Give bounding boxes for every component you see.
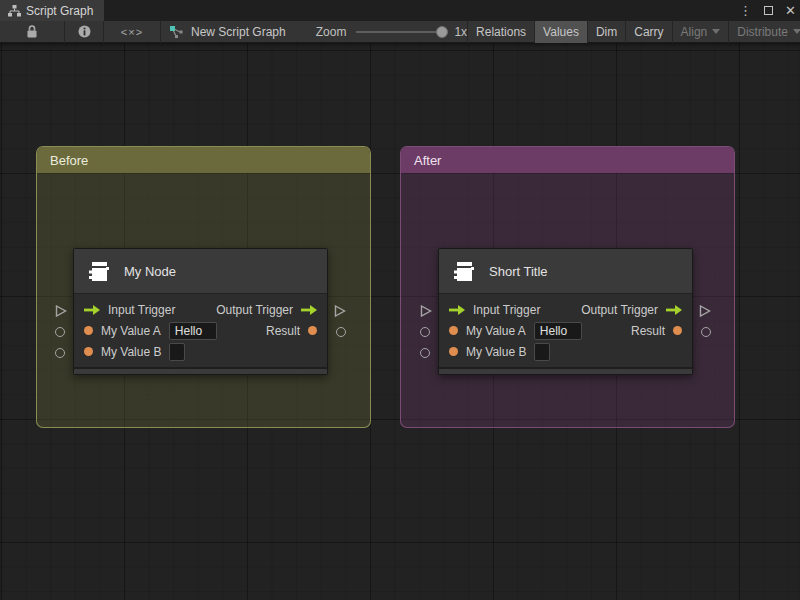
value-a-port-icon[interactable]: [84, 326, 93, 335]
group-title: Before: [50, 153, 88, 168]
result-label: Result: [266, 324, 300, 338]
node-header[interactable]: Short Title: [439, 249, 692, 294]
external-result-port[interactable]: [701, 327, 711, 337]
toolbar-toggle-buttons: Relations Values Dim Carry Align Distrib…: [467, 21, 800, 43]
node-short-title[interactable]: Short Title Input Trigger Output Trigger: [438, 248, 693, 375]
value-b-row: My Value B: [74, 341, 327, 362]
graph-name: New Script Graph: [191, 25, 286, 39]
zoom-slider[interactable]: [356, 21, 448, 43]
maximize-icon[interactable]: [764, 6, 773, 15]
value-b-row: My Value B: [439, 341, 692, 362]
value-a-port-icon[interactable]: [449, 326, 458, 335]
group-header[interactable]: After: [401, 147, 734, 173]
value-b-port-icon[interactable]: [449, 347, 458, 356]
output-trigger-label: Output Trigger: [581, 303, 658, 317]
value-a-label: My Value A: [466, 324, 526, 338]
external-value-a-port[interactable]: [55, 327, 65, 337]
values-label: Values: [543, 25, 579, 39]
node-title: Short Title: [489, 264, 548, 279]
code-view-button[interactable]: <×>: [104, 21, 160, 43]
window-controls: ⋮ ✕: [739, 0, 796, 21]
unit-node-icon: [452, 259, 476, 283]
code-icon: <×>: [121, 26, 143, 38]
value-a-input[interactable]: [534, 322, 582, 340]
external-result-port[interactable]: [336, 327, 346, 337]
relations-label: Relations: [476, 25, 526, 39]
node-body: Input Trigger Output Trigger My Value A: [74, 294, 327, 367]
external-output-trigger-port[interactable]: [699, 305, 711, 317]
info-icon: [78, 25, 91, 38]
result-port-icon[interactable]: [308, 326, 317, 335]
output-trigger-label: Output Trigger: [216, 303, 293, 317]
values-button[interactable]: Values: [535, 21, 587, 43]
align-label: Align: [681, 25, 708, 39]
value-b-input[interactable]: [169, 343, 185, 361]
relations-button[interactable]: Relations: [468, 21, 534, 43]
zoom-value: 1x: [454, 25, 467, 39]
dim-button[interactable]: Dim: [588, 21, 625, 43]
carry-label: Carry: [634, 25, 663, 39]
result-port-icon[interactable]: [673, 326, 682, 335]
distribute-button: Distribute: [729, 21, 800, 43]
zoom-slider-knob[interactable]: [436, 26, 448, 38]
result-label: Result: [631, 324, 665, 338]
info-button[interactable]: [65, 21, 103, 43]
external-value-b-port[interactable]: [420, 348, 430, 358]
group-header[interactable]: Before: [37, 147, 370, 173]
script-graph-icon: [169, 25, 184, 39]
lock-icon: [26, 25, 38, 38]
input-trigger-port-icon[interactable]: [449, 305, 465, 315]
graph-canvas[interactable]: Before After My Node: [0, 43, 800, 600]
value-b-label: My Value B: [466, 345, 526, 359]
align-button: Align: [673, 21, 729, 43]
node-my-node[interactable]: My Node Input Trigger Output Trigger: [73, 248, 328, 375]
tab-title: Script Graph: [26, 4, 93, 18]
close-icon[interactable]: ✕: [785, 0, 796, 21]
hierarchy-icon: [8, 5, 21, 17]
input-trigger-label: Input Trigger: [473, 303, 540, 317]
unity-script-graph-window: Script Graph ⋮ ✕ <×>: [0, 0, 800, 600]
value-a-row: My Value A Result: [439, 320, 692, 341]
node-body: Input Trigger Output Trigger My Value A: [439, 294, 692, 367]
dropdown-caret-icon: [793, 29, 800, 34]
dim-label: Dim: [596, 25, 617, 39]
zoom-label: Zoom: [316, 25, 347, 39]
distribute-label: Distribute: [737, 25, 788, 39]
value-a-label: My Value A: [101, 324, 161, 338]
dropdown-caret-icon: [712, 29, 720, 34]
node-header[interactable]: My Node: [74, 249, 327, 294]
value-a-row: My Value A Result: [74, 320, 327, 341]
window-menu-icon[interactable]: ⋮: [739, 0, 752, 21]
value-a-input[interactable]: [169, 322, 217, 340]
external-input-trigger-port[interactable]: [420, 305, 432, 317]
node-title: My Node: [124, 264, 176, 279]
external-value-a-port[interactable]: [420, 327, 430, 337]
unit-node-icon: [87, 259, 111, 283]
external-output-trigger-port[interactable]: [334, 305, 346, 317]
trigger-row: Input Trigger Output Trigger: [74, 299, 327, 320]
node-footer: [439, 367, 692, 374]
zoom-slider-track: [356, 31, 448, 33]
external-value-b-port[interactable]: [55, 348, 65, 358]
tab-bar: Script Graph ⋮ ✕: [0, 0, 800, 21]
node-footer: [74, 367, 327, 374]
graph-toolbar: <×> New Script Graph Zoom 1x Relations V…: [0, 21, 800, 43]
external-input-trigger-port[interactable]: [55, 305, 67, 317]
tab-script-graph[interactable]: Script Graph: [0, 0, 104, 21]
carry-button[interactable]: Carry: [626, 21, 671, 43]
value-b-port-icon[interactable]: [84, 347, 93, 356]
trigger-row: Input Trigger Output Trigger: [439, 299, 692, 320]
group-title: After: [414, 153, 441, 168]
toolbar-separator: [160, 21, 161, 43]
input-trigger-label: Input Trigger: [108, 303, 175, 317]
output-trigger-port-icon[interactable]: [301, 305, 317, 315]
value-b-input[interactable]: [534, 343, 550, 361]
value-b-label: My Value B: [101, 345, 161, 359]
input-trigger-port-icon[interactable]: [84, 305, 100, 315]
lock-button[interactable]: [0, 21, 64, 43]
output-trigger-port-icon[interactable]: [666, 305, 682, 315]
